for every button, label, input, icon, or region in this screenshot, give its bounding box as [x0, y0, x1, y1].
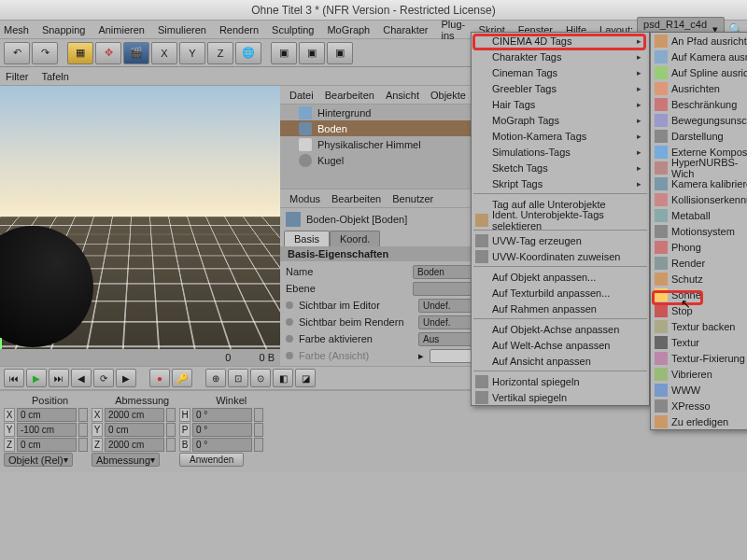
spinner[interactable] [254, 408, 263, 422]
spinner[interactable] [166, 423, 176, 437]
pos-x[interactable]: 0 cm [17, 408, 77, 422]
tag-sonne[interactable]: Sonne [651, 287, 747, 302]
anim-dot-icon[interactable] [286, 335, 293, 343]
loop-button[interactable]: ⟳ [93, 369, 114, 387]
size-x[interactable]: 2000 cm [105, 408, 164, 422]
mi-simulations-tags[interactable]: Simulations-Tags▸ [472, 144, 649, 160]
tag-www[interactable]: WWW [651, 382, 747, 398]
menu-plugins[interactable]: Plug-ins [442, 19, 466, 41]
tool-render[interactable]: ▣ [271, 42, 297, 64]
play-button[interactable]: ▶ [26, 369, 47, 387]
anim-dot-icon[interactable] [286, 301, 293, 309]
tool-film[interactable]: 🎬 [123, 42, 149, 64]
goto-start-button[interactable]: ⏮ [4, 369, 24, 387]
mi-c4d-tags[interactable]: CINEMA 4D Tags▸ [472, 33, 649, 49]
anim-dot-icon[interactable] [286, 318, 293, 326]
chevron-right-icon[interactable]: ▸ [418, 350, 424, 362]
mi-motioncam-tags[interactable]: Motion-Kamera Tags▸ [472, 128, 649, 144]
tool-axis-z[interactable]: Z [207, 42, 233, 64]
coord-mode-select[interactable]: Objekt (Rel) ▾ [4, 453, 73, 467]
tag-collision[interactable]: Kollisionserkennun [651, 191, 747, 207]
mi-greebler-tags[interactable]: Greebler Tags▸ [472, 80, 649, 96]
mi-hair-tags[interactable]: Hair Tags▸ [472, 96, 649, 112]
autokey-button[interactable]: 🔑 [172, 369, 192, 387]
tag-motion-blur[interactable]: Bewegungsunscha [651, 112, 747, 128]
om-menu-datei[interactable]: Datei [289, 90, 314, 101]
key-rot-button[interactable]: ⊙ [250, 369, 271, 387]
tag-schutz[interactable]: Schutz [651, 271, 747, 287]
mi-mograph-tags[interactable]: MoGraph Tags▸ [472, 112, 649, 128]
key-pos-button[interactable]: ⊕ [205, 369, 226, 387]
tool-axis-y[interactable]: Y [179, 42, 205, 64]
mi-sketch-tags[interactable]: Sketch Tags▸ [472, 160, 649, 175]
spinner[interactable] [78, 408, 88, 422]
tag-an-pfad[interactable]: An Pfad ausrichten [651, 33, 747, 49]
key-param-button[interactable]: ◧ [273, 369, 293, 387]
tag-kamera-kalib[interactable]: Kamera kalibriere [651, 175, 747, 191]
tag-render[interactable]: Render [651, 255, 747, 271]
pos-y[interactable]: -100 cm [17, 423, 77, 437]
pos-z[interactable]: 0 cm [17, 438, 77, 452]
tool-move[interactable]: ✥ [95, 42, 121, 64]
anim-dot-icon[interactable] [286, 352, 293, 359]
mi-skript-tags[interactable]: Skript Tags▸ [472, 175, 649, 191]
tag-motionsystem[interactable]: Motionsystem [651, 223, 747, 239]
viewport[interactable]: 0 0 B [0, 86, 280, 366]
tool-world[interactable]: 🌐 [235, 42, 261, 64]
menu-rendern[interactable]: Rendern [219, 24, 259, 35]
tag-hypernurbs[interactable]: HyperNURBS-Wich [651, 160, 747, 175]
input-ebene[interactable] [413, 282, 478, 296]
record-button[interactable]: ● [149, 369, 170, 387]
attr-menu-modus[interactable]: Modus [289, 193, 320, 204]
prev-key-button[interactable]: ◀ [71, 369, 92, 387]
rot-h[interactable]: 0 ° [192, 408, 252, 422]
tag-textur-backen[interactable]: Textur backen [651, 318, 747, 334]
tag-textur[interactable]: Textur [651, 334, 747, 350]
tool-render-settings[interactable]: ▣ [327, 42, 353, 64]
tag-todo[interactable]: Zu erledigen [651, 413, 747, 429]
tag-auf-kamera[interactable]: Auf Kamera ausric [651, 49, 747, 64]
key-scale-button[interactable]: ⊡ [228, 369, 248, 387]
rot-p[interactable]: 0 ° [192, 423, 252, 437]
spinner[interactable] [254, 438, 263, 452]
om-menu-objekte[interactable]: Objekte [430, 90, 466, 101]
filter-menu[interactable]: Filter [6, 71, 28, 82]
om-menu-bearbeiten[interactable]: Bearbeiten [325, 90, 374, 101]
tag-metaball[interactable]: Metaball [651, 207, 747, 223]
tool-undo[interactable]: ↶ [4, 42, 30, 64]
tafeln-menu[interactable]: Tafeln [41, 71, 68, 82]
menu-snapping[interactable]: Snapping [42, 24, 86, 35]
mi-charakter-tags[interactable]: Charakter Tags▸ [472, 49, 649, 64]
tag-stop[interactable]: Stop [651, 302, 747, 318]
menu-mograph[interactable]: MoGraph [327, 24, 370, 35]
size-mode-select[interactable]: Abmessung ▾ [92, 453, 160, 467]
tool-render-pv[interactable]: ▣ [299, 42, 325, 64]
tab-koord[interactable]: Koord. [330, 231, 380, 246]
tab-basis[interactable]: Basis [284, 231, 330, 246]
spinner[interactable] [78, 423, 88, 437]
menu-charakter[interactable]: Charakter [383, 24, 428, 35]
attr-menu-benutzer[interactable]: Benutzer [392, 193, 433, 204]
tag-darstellung[interactable]: Darstellung [651, 128, 747, 144]
menu-mesh[interactable]: Mesh [4, 24, 29, 35]
goto-end-button[interactable]: ⏭ [49, 369, 69, 387]
spinner[interactable] [254, 423, 263, 437]
tag-xpresso[interactable]: XPresso [651, 398, 747, 413]
size-y[interactable]: 0 cm [105, 423, 164, 437]
attr-menu-bearbeiten[interactable]: Bearbeiten [331, 193, 381, 204]
om-menu-ansicht[interactable]: Ansicht [386, 90, 419, 101]
mi-cineman-tags[interactable]: Cineman Tags▸ [472, 64, 649, 80]
menu-simulieren[interactable]: Simulieren [158, 24, 206, 35]
mi-ident-tags[interactable]: Ident. Unterobjekte-Tags selektieren [472, 212, 649, 228]
size-z[interactable]: 2000 cm [105, 438, 164, 452]
menu-sculpting[interactable]: Sculpting [272, 24, 314, 35]
tool-axis-x[interactable]: X [151, 42, 177, 64]
menu-animieren[interactable]: Animieren [98, 24, 145, 35]
tag-beschraenkung[interactable]: Beschränkung [651, 96, 747, 112]
tag-textur-fix[interactable]: Textur-Fixierung [651, 350, 747, 366]
tool-select[interactable]: ▦ [67, 42, 93, 64]
input-name[interactable]: Boden [413, 265, 478, 279]
spinner[interactable] [166, 408, 176, 422]
tag-auf-spline[interactable]: Auf Spline ausrich [651, 64, 747, 80]
spinner[interactable] [166, 438, 176, 452]
